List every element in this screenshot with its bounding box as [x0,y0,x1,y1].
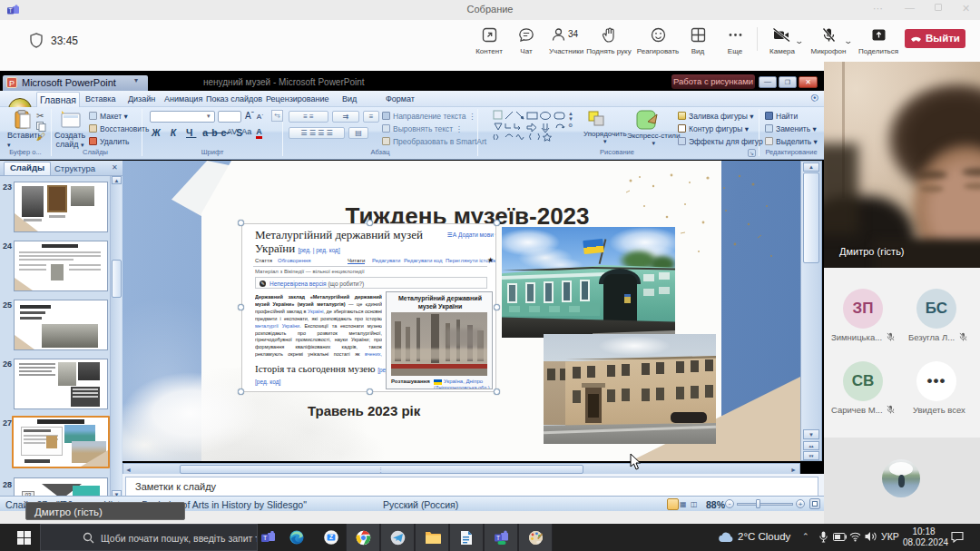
svg-text:Z: Z [329,534,333,540]
svg-text:34: 34 [568,29,579,39]
svg-text:T: T [496,535,500,541]
svg-text:T: T [263,535,268,541]
